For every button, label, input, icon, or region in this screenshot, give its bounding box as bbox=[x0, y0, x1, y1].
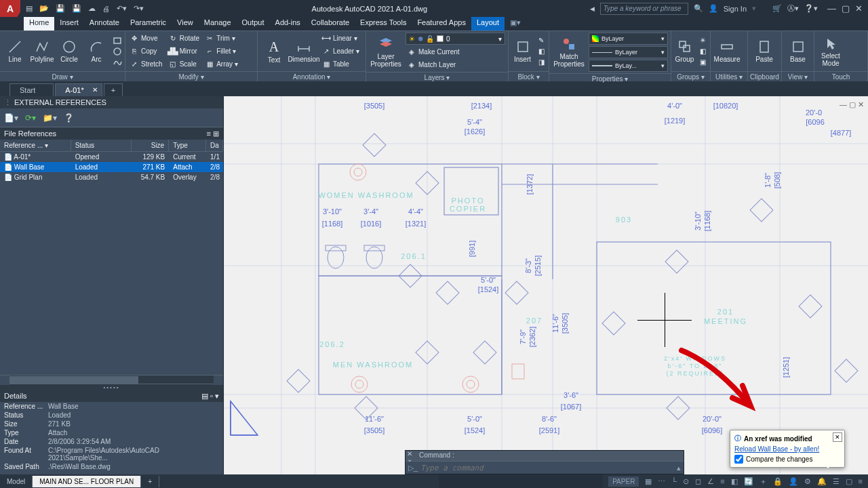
group-button[interactable]: Group bbox=[674, 33, 695, 70]
compare-checkbox[interactable]: Compare the changes bbox=[734, 455, 840, 464]
space-toggle[interactable]: PAPER bbox=[608, 476, 639, 487]
col-date[interactable]: Da bbox=[206, 140, 223, 151]
layerprops-button[interactable]: Layer Properties bbox=[369, 33, 403, 70]
arc-button[interactable]: Arc bbox=[84, 33, 108, 70]
annotation-icon[interactable]: 🔔 bbox=[817, 477, 827, 486]
viewport-controls[interactable]: — ▢ ✕ bbox=[840, 100, 864, 109]
scale-button[interactable]: ◱Scale bbox=[167, 58, 201, 70]
annomon-icon[interactable]: ＋ bbox=[760, 476, 767, 487]
attach-icon[interactable]: 📄▾ bbox=[4, 113, 18, 123]
cmd-up-icon[interactable]: ▴ bbox=[677, 464, 681, 472]
tab-home[interactable]: Home bbox=[24, 17, 54, 30]
details-preview-icon[interactable]: ▫ bbox=[210, 392, 213, 400]
new-doc-tab[interactable]: + bbox=[104, 83, 123, 96]
hardware-icon[interactable]: ☰ bbox=[833, 477, 840, 486]
notif-close-icon[interactable]: ✕ bbox=[833, 432, 842, 442]
tab-collaborate[interactable]: Collaborate bbox=[306, 17, 355, 30]
user-icon[interactable]: 👤 bbox=[709, 4, 718, 13]
panel-groups-title[interactable]: Groups ▾ bbox=[671, 71, 710, 82]
leader-button[interactable]: ↗Leader ▾ bbox=[320, 45, 361, 57]
layer-combo[interactable]: ☀❄🔓0▾ bbox=[406, 33, 505, 45]
array-button[interactable]: ▦Array ▾ bbox=[203, 58, 239, 70]
osnap-icon[interactable]: ◻ bbox=[695, 477, 701, 486]
signin-link[interactable]: Sign In bbox=[724, 5, 747, 13]
color-combo[interactable]: ByLayer▾ bbox=[589, 33, 668, 45]
details-list-icon[interactable]: ▤ bbox=[201, 392, 208, 400]
a360-icon[interactable]: Ⓐ▾ bbox=[787, 3, 799, 14]
lwt-icon[interactable]: ≡ bbox=[720, 477, 724, 485]
group-edit-icon[interactable]: ◧ bbox=[698, 47, 707, 56]
layout-tab-model[interactable]: Model bbox=[0, 476, 33, 487]
create-block-icon[interactable]: ◧ bbox=[536, 47, 546, 56]
ws-icon[interactable]: ⚙ bbox=[804, 477, 811, 486]
make-current-button[interactable]: ◈Make Current bbox=[406, 46, 505, 58]
palette-grip-icon[interactable]: ⋮ bbox=[4, 98, 12, 107]
tab-manage[interactable]: Manage bbox=[199, 17, 237, 30]
panel-annot-title[interactable]: Annotation ▾ bbox=[258, 71, 366, 82]
reload-xref-link[interactable]: Reload Wall Base - by allen! bbox=[734, 445, 840, 453]
tree-view-icon[interactable]: ⊞ bbox=[213, 129, 219, 138]
match-props-button[interactable]: Match Properties bbox=[552, 34, 586, 71]
qat-new-icon[interactable]: ▤ bbox=[26, 4, 33, 13]
panel-view-title[interactable]: View ▾ bbox=[782, 71, 814, 82]
tab-more-icon[interactable]: ▣▾ bbox=[505, 17, 526, 30]
command-window[interactable]: ✕⌄Command : ▷_▴ bbox=[405, 450, 684, 474]
rectangle-icon[interactable] bbox=[113, 36, 122, 45]
qat-saveas-icon[interactable]: 💾 bbox=[72, 4, 81, 13]
new-layout-tab[interactable]: + bbox=[141, 476, 159, 487]
col-status[interactable]: Status bbox=[71, 140, 132, 151]
ungroup-icon[interactable]: ☀ bbox=[698, 36, 707, 45]
clean-icon[interactable]: ▢ bbox=[846, 477, 852, 486]
doc-tab-start[interactable]: Start bbox=[9, 83, 54, 96]
panel-layers-title[interactable]: Layers ▾ bbox=[366, 72, 508, 83]
command-input[interactable] bbox=[420, 464, 674, 472]
polar-icon[interactable]: ⊙ bbox=[683, 477, 689, 486]
rotate-button[interactable]: ↻Rotate bbox=[167, 33, 201, 44]
scale-icon[interactable]: 🔒 bbox=[773, 477, 783, 486]
hatch-icon[interactable] bbox=[113, 47, 122, 56]
qat-web-icon[interactable]: ☁ bbox=[88, 4, 96, 13]
line-button[interactable]: Line bbox=[3, 33, 27, 70]
dimension-button[interactable]: Dimension bbox=[290, 33, 317, 70]
col-size[interactable]: Size bbox=[132, 140, 169, 151]
measure-button[interactable]: Measure bbox=[713, 33, 741, 70]
edit-block-icon[interactable]: ✎ bbox=[536, 36, 546, 45]
qat-undo-icon[interactable]: ↶▾ bbox=[117, 4, 127, 13]
stretch-button[interactable]: ⤢Stretch bbox=[128, 58, 164, 70]
cmd-close-icon[interactable]: ✕⌄ bbox=[407, 451, 412, 462]
otrack-icon[interactable]: ∠ bbox=[707, 477, 714, 486]
lineweight-combo[interactable]: ByLay...▾ bbox=[589, 60, 668, 72]
qat-redo-icon[interactable]: ↷▾ bbox=[134, 4, 144, 13]
search-input[interactable]: Type a keyword or phrase bbox=[600, 3, 688, 15]
fillet-button[interactable]: ⌐Fillet ▾ bbox=[203, 45, 239, 57]
cycling-icon[interactable]: 🔄 bbox=[744, 477, 753, 486]
qat-plot-icon[interactable]: 🖨 bbox=[102, 5, 110, 13]
table-row[interactable]: 📄 A-01*Opened129 KBCurrent1/1 bbox=[0, 152, 223, 162]
move-button[interactable]: ✥Move bbox=[128, 33, 164, 44]
custom-icon[interactable]: ≡ bbox=[859, 477, 863, 485]
tab-annotate[interactable]: Annotate bbox=[84, 17, 125, 30]
palette-hscroll[interactable] bbox=[0, 375, 223, 384]
close-icon[interactable]: ✕ bbox=[855, 3, 863, 14]
list-view-icon[interactable]: ≡ bbox=[207, 129, 211, 138]
tab-addins[interactable]: Add-ins bbox=[270, 17, 306, 30]
tab-express[interactable]: Express Tools bbox=[355, 17, 412, 30]
polyline-button[interactable]: Polyline bbox=[30, 33, 54, 70]
tab-view[interactable]: View bbox=[172, 17, 199, 30]
maximize-icon[interactable]: ▢ bbox=[842, 3, 850, 14]
refresh-icon[interactable]: ⟳▾ bbox=[25, 113, 36, 123]
select-mode-button[interactable]: Select Mode bbox=[817, 33, 844, 70]
col-type[interactable]: Type bbox=[169, 140, 206, 151]
annoscale-icon[interactable]: 👤 bbox=[789, 477, 798, 486]
tab-featured[interactable]: Featured Apps bbox=[412, 17, 471, 30]
layout-tab-active[interactable]: MAIN AND SE... FLOOR PLAN bbox=[33, 476, 141, 487]
table-row[interactable]: 📄 Grid PlanLoaded54.7 KBOverlay2/8 bbox=[0, 172, 223, 182]
col-name[interactable]: Reference ... ▾ bbox=[0, 140, 71, 151]
spline-icon[interactable] bbox=[113, 58, 122, 67]
attr-icon[interactable]: ◨ bbox=[536, 58, 546, 67]
help-icon[interactable]: ❔▾ bbox=[804, 4, 818, 13]
match-layer-button[interactable]: ◈Match Layer bbox=[406, 59, 505, 70]
copy-button[interactable]: ⎘Copy bbox=[128, 45, 164, 57]
tab-output[interactable]: Output bbox=[237, 17, 270, 30]
drawing-canvas[interactable]: [3505] [2134] 4'-0" [10820] [1219] 20'-0… bbox=[224, 96, 868, 474]
